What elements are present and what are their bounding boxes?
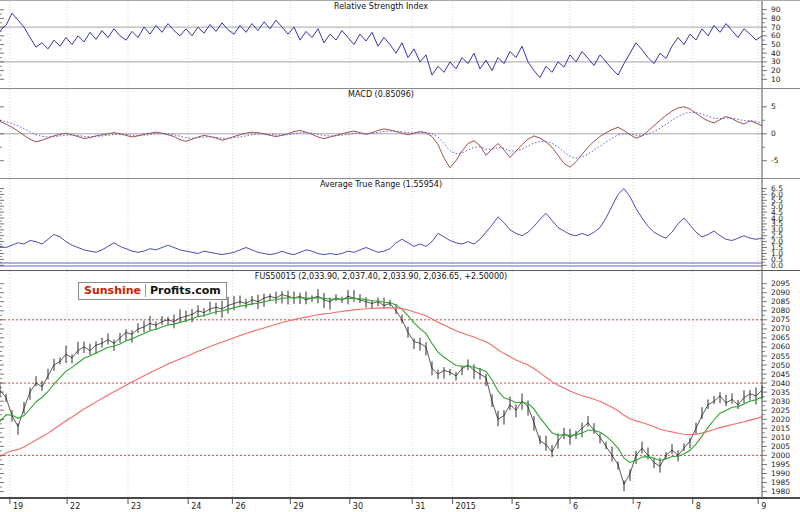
x-tick-label: 22 [70, 502, 80, 511]
y-tick-label: 2095 [771, 279, 790, 288]
x-tick-label: 2015 [456, 502, 476, 511]
x-tick-label: 5 [515, 502, 520, 511]
y-tick-label: 2035 [771, 388, 790, 397]
y-tick-label: 10 [771, 75, 781, 84]
panel-price: 2095209020852080207520702065206020552050… [0, 270, 800, 497]
y-tick-label: 40 [771, 49, 781, 58]
x-tick-label: 7 [636, 502, 641, 511]
sunshine-profits-logo: SunshineProfits.com [78, 282, 227, 300]
x-tick-label: 26 [235, 502, 245, 511]
x-tick-label: 8 [696, 502, 701, 511]
y-tick-label: 2030 [771, 397, 790, 406]
y-tick-label: 2045 [771, 370, 790, 379]
y-tick-label: 2080 [771, 306, 790, 315]
y-tick-label: 2010 [771, 433, 790, 442]
y-tick-label: 50 [771, 40, 781, 49]
y-tick-label: 80 [771, 14, 781, 23]
y-tick-label: 2055 [771, 352, 790, 361]
slow-ma-line [0, 308, 762, 457]
y-tick-label: 1980 [771, 487, 790, 496]
y-tick-label: 2005 [771, 442, 790, 451]
y-tick-label: 1995 [771, 460, 790, 469]
x-tick-label: 6 [573, 502, 578, 511]
y-tick-label: 2020 [771, 415, 790, 424]
y-tick-label: 70 [771, 23, 781, 32]
x-tick-label: 19 [13, 502, 23, 511]
panel-atr: 6.56.05.55.04.54.03.53.02.52.01.51.00.50… [0, 178, 800, 270]
rsi-plot: 908070605040302010 [0, 1, 800, 88]
price-plot: 2095209020852080207520702065206020552050… [0, 271, 800, 497]
y-tick-label: 1985 [771, 478, 790, 487]
fast-ma-line [0, 297, 762, 462]
logo-part-sunshine: Sunshine [84, 284, 146, 297]
y-tick-label: 2040 [771, 379, 790, 388]
macd-line [0, 107, 762, 168]
y-tick-label: 2025 [771, 406, 790, 415]
panel-rsi: 908070605040302010 Relative Strength Ind… [0, 0, 800, 88]
y-tick-label: 30 [771, 57, 781, 66]
x-tick-label: 24 [191, 502, 201, 511]
y-tick-label: 1990 [771, 469, 790, 478]
stock-chart: 908070605040302010 Relative Strength Ind… [0, 0, 800, 512]
y-tick-label: 2000 [771, 451, 790, 460]
y-tick-label: 0 [771, 129, 776, 138]
x-tick-label: 29 [293, 502, 303, 511]
atr-plot: 6.56.05.55.04.54.03.53.02.52.01.51.00.50… [0, 179, 800, 270]
logo-part-profits: Profits.com [146, 284, 221, 297]
x-tick-label: 9 [761, 502, 766, 511]
y-tick-label: 2085 [771, 297, 790, 306]
y-tick-label: 0.0 [771, 261, 783, 270]
x-tick-label: 23 [131, 502, 141, 511]
x-axis-plot: 1922232426293031201556789 [0, 499, 800, 512]
panel-macd: 50-5 MACD (0.85096) [0, 88, 800, 178]
rsi-line [0, 13, 762, 77]
macd-plot: 50-5 [0, 89, 800, 178]
x-axis: 1922232426293031201556789 [0, 497, 800, 512]
y-tick-label: 2015 [771, 424, 790, 433]
y-tick-label: 2090 [771, 288, 790, 297]
y-tick-label: -5 [771, 156, 779, 165]
y-tick-label: 2065 [771, 333, 790, 342]
y-tick-label: 2060 [771, 342, 790, 351]
y-tick-label: 5 [771, 102, 776, 111]
y-tick-label: 60 [771, 31, 781, 40]
atr-line [0, 189, 762, 255]
x-tick-label: 31 [415, 502, 425, 511]
y-tick-label: 2070 [771, 324, 790, 333]
y-tick-label: 20 [771, 66, 781, 75]
x-tick-label: 30 [353, 502, 363, 511]
y-tick-label: 2075 [771, 315, 790, 324]
y-tick-label: 90 [771, 5, 781, 14]
y-tick-label: 2050 [771, 361, 790, 370]
macd-signal-line [0, 112, 762, 158]
